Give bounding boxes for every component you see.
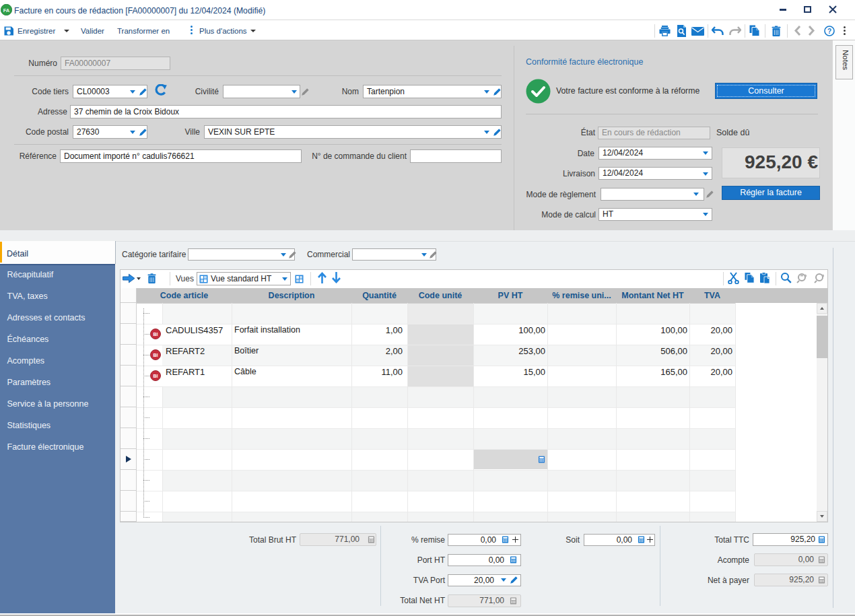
svg-text:?: ? <box>827 28 831 35</box>
svg-text:FA: FA <box>3 7 10 13</box>
